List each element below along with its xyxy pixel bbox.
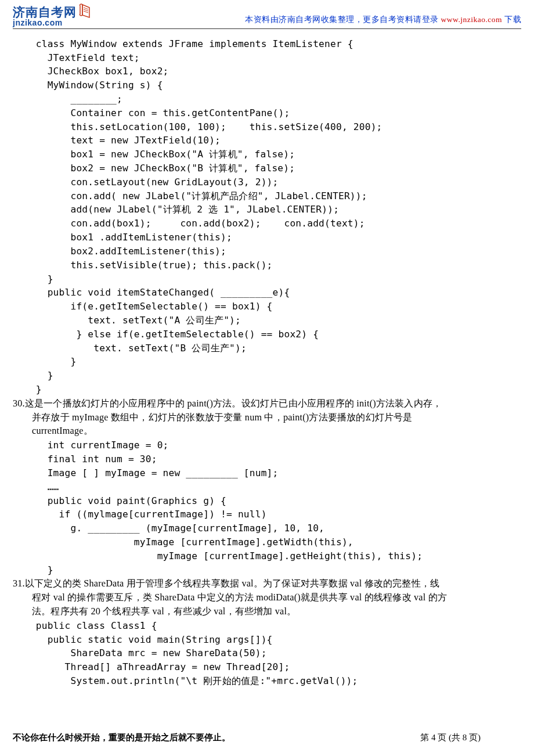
question-31-line1: 31.以下定义的类 ShareData 用于管理多个线程共享数据 val。为了保… [13,577,521,591]
question-30-line3: currentImage。 [13,424,521,438]
question-30-line2: 并存放于 myImage 数组中，幻灯片的张数放于变量 num 中，paint(… [13,411,521,425]
tagline-suffix: 下载 [502,15,521,24]
page-footer: 不论你在什么时候开始，重要的是开始之后就不要停止。 第 4 页 (共 8 页) [13,732,521,743]
code-block-31: public class Class1 { public static void… [13,619,521,688]
code-block-29: class MyWindow extends JFrame implements… [13,37,521,397]
code-block-30: int currentImage = 0; final int num = 30… [13,438,521,577]
svg-line-0 [84,8,88,9]
logo-scroll-icon [78,2,94,20]
logo-english: jnzikao.com [13,19,77,27]
logo-chinese: 济南自考网 [13,6,77,19]
question-31-line3: 法。程序共有 20 个线程共享 val，有些减少 val，有些增加 val。 [13,605,521,619]
question-30-line1: 30.这是一个播放幻灯片的小应用程序中的 paint()方法。设幻灯片已由小应用… [13,397,521,411]
question-31-line2: 程对 val 的操作需要互斥，类 ShareData 中定义的方法 modiDa… [13,591,521,605]
footer-quote: 不论你在什么时候开始，重要的是开始之后就不要停止。 [13,732,230,743]
header-tagline: 本资料由济南自考网收集整理，更多自考资料请登录 www.jnzikao.com … [245,15,521,27]
svg-line-1 [84,9,88,11]
page-header: 济南自考网 jnzikao.com 本资料由济南自考网收集整理，更多自考资料请登… [13,6,521,29]
svg-line-2 [84,11,88,13]
tagline-prefix: 本资料由济南自考网收集整理，更多自考资料请登录 [245,15,441,24]
footer-page-number: 第 4 页 (共 8 页) [420,732,521,743]
site-logo: 济南自考网 jnzikao.com [13,6,94,27]
tagline-url: www.jnzikao.com [441,15,503,24]
